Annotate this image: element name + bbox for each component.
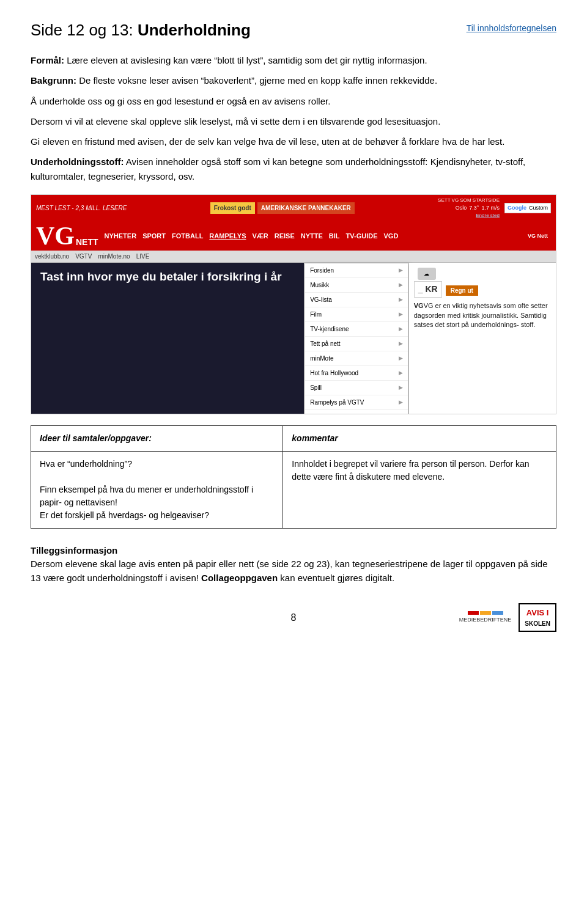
underholdning-paragraph: Underholdningsstoff: Avisen inneholder o… [31, 155, 556, 183]
tasks-table: Ideer til samtaler/oppgaver: kommentar H… [31, 425, 556, 529]
vg-main-nav: NYHETER SPORT FOTBALL RAMPELYS VÆR REISE… [105, 231, 519, 241]
kr-display: _ KR [414, 281, 442, 298]
nav-nyheter[interactable]: NYHETER [105, 231, 137, 241]
vg-strong: VG [414, 302, 424, 309]
dropdown-lydbilder[interactable]: Lydbilder▶ [305, 410, 408, 414]
subnav-live[interactable]: LIVE [136, 252, 150, 261]
col2-content: Innholdet i begrepet vil variere fra per… [283, 451, 556, 528]
vg-header-banner-area: Frokost godt AMERIKANSKE PANNEKAKER [210, 202, 355, 214]
formal-label: Formål: [31, 55, 64, 65]
skolen-text: SKOLEN [525, 619, 550, 628]
dropdown-film[interactable]: Film▶ [305, 307, 408, 322]
stripe-red [468, 611, 479, 615]
tillegg-section: Tilleggsinformasjon Dersom elevene skal … [31, 544, 556, 585]
most-read-label: MEST LEST - 2,3 MILL. LESERE [36, 204, 127, 213]
avis-text: AVIS I [526, 607, 549, 619]
formal-paragraph: Formål: Lære eleven at avislesing kan væ… [31, 53, 556, 67]
vg-insurance-ad-text: Tast inn hvor mye du betaler i forsikrin… [40, 270, 295, 284]
formal-text: Lære eleven at avislesing kan være “blot… [64, 55, 427, 65]
nav-nytte[interactable]: NYTTE [301, 231, 323, 241]
vg-nett-text: NETT [76, 238, 98, 246]
dropdown-tvkjendisene[interactable]: TV-kjendisene▶ [305, 322, 408, 337]
tillegg-label: Tilleggsinformasjon [31, 545, 117, 556]
logo-stripes [468, 611, 503, 615]
page-title: Side 12 og 13: Underholdning [31, 18, 251, 42]
vg-description: VGVG er en viktig nyhetsavis som ofte se… [414, 301, 551, 329]
vg-insurance-column: Tast inn hvor mye du betaler i forsikrin… [31, 263, 304, 414]
subnav-vektklubb[interactable]: vektklubb.no [35, 252, 69, 261]
banner-ad: Frokost godt [210, 202, 255, 214]
sett-vg-label: SETT VG SOM STARTSIDE [438, 197, 500, 204]
vg-main-area: Tast inn hvor mye du betaler i forsikrin… [31, 263, 556, 414]
dropdown-spill[interactable]: Spill▶ [305, 381, 408, 395]
mediebedriftene-logo: MEDIEBEDRIFTENE [459, 611, 512, 625]
bakgrunn-text: De fleste voksne leser avisen “bakoverle… [76, 75, 437, 86]
nav-reise[interactable]: REISE [275, 231, 295, 241]
vg-logo-row: VG NETT NYHETER SPORT FOTBALL RAMPELYS V… [31, 221, 556, 251]
vg-subnav: vektklubb.no VGTV minMote.no LIVE [31, 251, 556, 263]
dropdown-tett-nett[interactable]: Tett på nett▶ [305, 337, 408, 351]
vg-nett-badge: VG Nett [525, 231, 551, 242]
page-number: 8 [291, 610, 297, 625]
weather-temp: 7.3° [469, 204, 479, 213]
table-row-content: Hva er “underholdning”? Finn eksempel på… [31, 451, 556, 528]
weather-icon: ☁ [418, 268, 436, 280]
para2: Å underholde oss og gi oss en god lesest… [31, 94, 556, 108]
google-logo: Google [508, 204, 526, 213]
dropdown-hot-hollywood[interactable]: Hot fra Hollywood▶ [305, 366, 408, 381]
nav-bil[interactable]: BIL [329, 231, 340, 241]
vg-rampelys-dropdown: Forsiden▶ Musikk▶ VG-lista▶ Film▶ TV-kje… [305, 263, 408, 414]
tillegg-paragraph: Tilleggsinformasjon Dersom elevene skal … [31, 544, 556, 585]
subnav-minmote[interactable]: minMote.no [98, 252, 130, 261]
vg-top-right: SETT VG SOM STARTSIDE Oslo 7.3° 1.7 m/s … [438, 197, 551, 220]
weather-city: Oslo [456, 204, 467, 213]
title-bold: Underholdning [138, 21, 251, 39]
para3: Dersom vi vil at elevene skal oppleve sl… [31, 114, 556, 128]
page-footer: Tilleggsinformasjon Dersom elevene skal … [31, 544, 556, 585]
dropdown-forsiden[interactable]: Forsiden▶ [305, 263, 408, 278]
bakgrunn-paragraph: Bakgrunn: De fleste voksne leser avisen … [31, 73, 556, 87]
google-search-box[interactable]: Google Custom [504, 203, 551, 214]
dropdown-musikk[interactable]: Musikk▶ [305, 278, 408, 293]
weather-box: SETT VG SOM STARTSIDE Oslo 7.3° 1.7 m/s … [438, 197, 500, 220]
nav-vaer[interactable]: VÆR [252, 231, 268, 241]
vg-screenshot: MEST LEST - 2,3 MILL. LESERE Frokost god… [31, 194, 556, 414]
vg-desc-text: VG er en viktig nyhetsavis som ofte sett… [414, 302, 548, 328]
stripe-orange [480, 611, 491, 615]
vg-logo: VG [36, 223, 75, 249]
dropdown-rampelys-vgtv[interactable]: Rampelys på VGTV▶ [305, 395, 408, 410]
vg-right-panel: ☁ _ KR Regn ut VGVG er en viktig nyhetsa… [409, 263, 556, 414]
weather-wind: 1.7 m/s [481, 204, 500, 213]
collage-label: Collageoppgaven [201, 573, 278, 583]
bakgrunn-label: Bakgrunn: [31, 75, 76, 86]
change-location-link[interactable]: Endre sted [476, 212, 500, 219]
para4: Gi eleven en fristund med avisen, der de… [31, 134, 556, 148]
avis-i-skolen-logo: AVIS I SKOLEN [519, 603, 556, 632]
weather-info: ☁ _ KR Regn ut [414, 268, 551, 298]
title-prefix: Side 12 og 13: [31, 21, 138, 39]
regn-ut-button[interactable]: Regn ut [446, 285, 478, 296]
col1-content: Hva er “underholdning”? Finn eksempel på… [31, 451, 283, 528]
mediebedriftene-text: MEDIEBEDRIFTENE [459, 616, 512, 625]
vg-dropdown-column: Forsiden▶ Musikk▶ VG-lista▶ Film▶ TV-kje… [304, 263, 409, 414]
page-number-area: 8 MEDIEBEDRIFTENE AVIS I SKOLEN [31, 603, 556, 632]
toc-link[interactable]: Til innholdsfortegnelsen [467, 22, 556, 35]
table-row-header: Ideer til samtaler/oppgaver: kommentar [31, 425, 556, 451]
custom-label: Custom [529, 204, 548, 213]
col1-header: Ideer til samtaler/oppgaver: [31, 425, 283, 451]
nav-tvguide[interactable]: TV-GUIDE [346, 231, 378, 241]
stripe-blue [492, 611, 503, 615]
collage-text: kan eventuelt gjøres digitalt. [278, 573, 394, 583]
vg-website-mockup: MEST LEST - 2,3 MILL. LESERE Frokost god… [31, 195, 556, 414]
subnav-vgtv[interactable]: VGTV [75, 252, 92, 261]
dropdown-vglista[interactable]: VG-lista▶ [305, 293, 408, 307]
nav-fotball[interactable]: FOTBALL [172, 231, 203, 241]
underholdning-label: Underholdningsstoff: [31, 156, 124, 167]
page-header: Side 12 og 13: Underholdning Til innhold… [31, 18, 556, 42]
nav-rampelys[interactable]: RAMPELYS [209, 231, 246, 241]
nav-vgd[interactable]: VGD [384, 231, 399, 241]
dropdown-minmote[interactable]: minMote▶ [305, 351, 408, 366]
nav-sport[interactable]: SPORT [142, 231, 166, 241]
col2-header: kommentar [283, 425, 556, 451]
vg-top-strip: MEST LEST - 2,3 MILL. LESERE Frokost god… [31, 195, 556, 222]
